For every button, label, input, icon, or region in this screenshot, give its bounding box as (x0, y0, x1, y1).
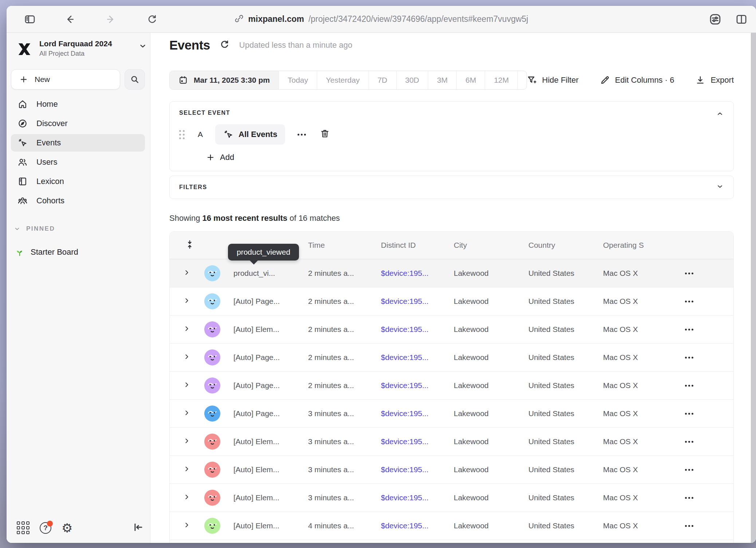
row-actions-button[interactable] (685, 273, 733, 274)
seedling-icon (15, 247, 25, 257)
cell-city: Lakewood (454, 465, 528, 474)
table-row[interactable]: [Auto] Elem... 3 minutes a... $device:19… (170, 427, 733, 455)
table-row[interactable]: [Auto] Elem... 2 minutes a... $device:19… (170, 315, 733, 343)
back-button[interactable] (63, 13, 76, 26)
row-expand-chevron-icon[interactable] (184, 522, 197, 530)
row-actions-button[interactable] (685, 385, 733, 387)
row-expand-chevron-icon[interactable] (184, 269, 197, 277)
date-picker[interactable]: Mar 11, 2025 3:30 pm (170, 71, 279, 89)
row-expand-chevron-icon[interactable] (184, 297, 197, 305)
hide-filter-button[interactable]: Hide Filter (527, 75, 579, 85)
trash-icon[interactable] (320, 129, 330, 140)
row-actions-button[interactable] (685, 441, 733, 443)
page-settings-icon[interactable] (709, 13, 722, 26)
chevron-down-icon[interactable] (138, 42, 147, 52)
search-button[interactable] (125, 69, 145, 90)
table-row[interactable]: [Auto] Elem... 3 minutes a... $device:19… (170, 455, 733, 484)
row-actions-button[interactable] (685, 525, 733, 527)
range-30d[interactable]: 30D (396, 71, 428, 89)
plus-icon (19, 75, 28, 84)
cell-distinct-id-link[interactable]: $device:195... (381, 297, 454, 306)
apps-grid-icon[interactable] (17, 521, 29, 534)
sidebar-item-lexicon[interactable]: Lexicon (11, 173, 145, 190)
event-selector-chip[interactable]: All Events (215, 124, 285, 145)
row-actions-button[interactable] (685, 301, 733, 302)
row-actions-button[interactable] (685, 497, 733, 499)
cell-distinct-id-link[interactable]: $device:195... (381, 353, 454, 362)
table-row[interactable]: [Auto] Page... 2 minutes a... $device:19… (170, 343, 733, 371)
collapse-rows-icon[interactable] (185, 240, 197, 251)
sidebar-item-events[interactable]: Events (11, 134, 145, 152)
range-3m[interactable]: 3M (428, 71, 456, 89)
cell-distinct-id-link[interactable]: $device:195... (381, 381, 454, 390)
row-expand-chevron-icon[interactable] (184, 353, 197, 361)
expand-panel-chevron-down-icon[interactable] (716, 183, 724, 192)
row-expand-chevron-icon[interactable] (184, 466, 197, 474)
cell-distinct-id-link[interactable]: $device:195... (381, 465, 454, 474)
range-yesterday[interactable]: Yesterday (317, 71, 369, 89)
row-actions-button[interactable] (685, 469, 733, 471)
cell-distinct-id-link[interactable]: $device:195... (381, 325, 454, 334)
forward-button[interactable] (104, 13, 117, 26)
table-row[interactable]: [Auto] Page... 3 minutes a... $device:19… (170, 399, 733, 427)
refresh-icon[interactable] (220, 39, 230, 51)
help-icon[interactable]: ? (40, 522, 51, 534)
sidebar-item-discover[interactable]: Discover (11, 115, 145, 132)
pinned-section-header[interactable]: PINNED (14, 225, 55, 232)
event-more-options-button[interactable] (298, 134, 306, 136)
range-today[interactable]: Today (279, 71, 317, 89)
row-expand-chevron-icon[interactable] (184, 438, 197, 446)
range-xtd-dropdown[interactable]: XTD (517, 71, 527, 89)
split-view-icon[interactable] (735, 13, 748, 26)
row-expand-chevron-icon[interactable] (184, 381, 197, 390)
project-switcher[interactable]: Lord Farquaad 2024 All Project Data (16, 39, 147, 58)
sidebar-item-label: Cohorts (36, 196, 64, 206)
cell-distinct-id-link[interactable]: $device:195... (381, 409, 454, 418)
sidebar-item-cohorts[interactable]: Cohorts (11, 192, 145, 210)
table-row[interactable]: [Auto] Page... 2 minutes a... $device:19… (170, 287, 733, 315)
export-button[interactable]: Export (695, 75, 734, 85)
sidebar-item-users[interactable]: Users (11, 153, 145, 171)
event-name-tooltip: product_viewed (228, 244, 299, 261)
table-row[interactable]: [Auto] Elem... 3 minutes a... $device:19… (170, 484, 733, 512)
table-row[interactable]: [Auto] Elem... 4 minutes a... $device:19… (170, 512, 733, 540)
row-actions-button[interactable] (685, 357, 733, 359)
cell-distinct-id-link[interactable]: $device:195... (381, 437, 454, 446)
range-6m[interactable]: 6M (456, 71, 485, 89)
cell-os: Mac OS X (603, 437, 685, 446)
column-header-os[interactable]: Operating S (603, 241, 685, 250)
edit-columns-button[interactable]: Edit Columns · 6 (600, 75, 674, 85)
range-7d[interactable]: 7D (369, 71, 396, 89)
column-header-city[interactable]: City (454, 241, 528, 250)
row-expand-chevron-icon[interactable] (184, 410, 197, 418)
cell-time: 3 minutes a... (308, 465, 381, 474)
reload-button[interactable] (146, 13, 159, 26)
row-actions-button[interactable] (685, 329, 733, 330)
collapse-panel-chevron-up-icon[interactable] (716, 110, 724, 119)
gear-icon[interactable]: ⚙ (62, 522, 72, 534)
cell-distinct-id-link[interactable]: $device:195... (381, 521, 454, 530)
column-header-distinct-id[interactable]: Distinct ID (381, 241, 454, 250)
range-12m[interactable]: 12M (485, 71, 517, 89)
new-button[interactable]: New (11, 69, 120, 90)
row-expand-chevron-icon[interactable] (184, 325, 197, 333)
cell-country: United States (528, 521, 603, 530)
cell-os: Mac OS X (603, 297, 685, 306)
table-row[interactable]: [Auto] Elem... 4 minutes a... $device:19… (170, 540, 733, 543)
cell-distinct-id-link[interactable]: $device:195... (381, 269, 454, 278)
add-event-button[interactable]: Add (206, 153, 234, 162)
collapse-sidebar-icon[interactable] (133, 522, 143, 534)
sidebar-item-home[interactable]: Home (11, 95, 145, 113)
address-bar[interactable]: mixpanel.com/project/3472420/view/397469… (235, 14, 528, 25)
sidebar-toggle-icon[interactable] (23, 13, 36, 26)
drag-handle[interactable] (179, 130, 185, 139)
cell-distinct-id-link[interactable]: $device:195... (381, 493, 454, 502)
events-cursor-icon (223, 129, 233, 140)
column-header-country[interactable]: Country (528, 241, 603, 250)
row-expand-chevron-icon[interactable] (184, 494, 197, 502)
column-header-time[interactable]: Time (308, 241, 381, 250)
sidebar-item-starter-board[interactable]: Starter Board (15, 247, 78, 257)
table-row[interactable]: [Auto] Page... 2 minutes a... $device:19… (170, 371, 733, 399)
row-actions-button[interactable] (685, 413, 733, 415)
scrollbar[interactable] (751, 33, 756, 543)
